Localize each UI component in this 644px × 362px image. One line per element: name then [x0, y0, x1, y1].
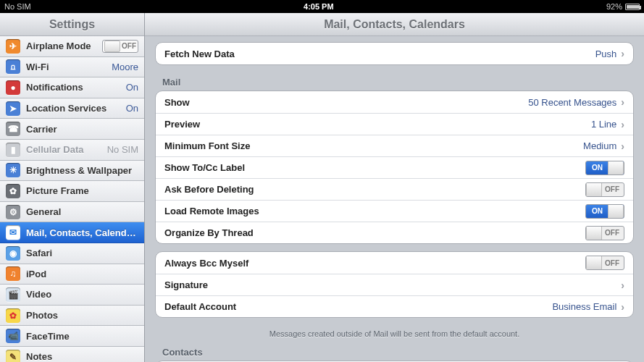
- chevron-right-icon: ›: [621, 119, 624, 130]
- row-value: Business Email: [552, 301, 616, 312]
- battery-icon: [625, 4, 640, 10]
- sidebar-item-notes[interactable]: ✎Notes: [0, 347, 144, 362]
- location-services-icon: ➤: [6, 101, 20, 116]
- sidebar-item-value: No SIM: [107, 144, 138, 155]
- sidebar-item-label: Carrier: [26, 124, 138, 135]
- sidebar-item-picture-frame[interactable]: ✿Picture Frame: [0, 181, 144, 202]
- chevron-right-icon: ›: [621, 140, 624, 152]
- sidebar-item-label: Safari: [26, 248, 138, 258]
- battery-percent: 92%: [606, 2, 622, 11]
- row-label: Signature: [164, 279, 621, 290]
- sidebar-item-location-services[interactable]: ➤Location ServicesOn: [0, 98, 144, 119]
- sidebar-item-label: Mail, Contacts, Calendars: [26, 227, 138, 238]
- section-footer: Messages created outside of Mail will be…: [155, 325, 634, 342]
- sidebar-item-label: Notes: [26, 351, 138, 362]
- airplane-mode-icon: ✈: [6, 39, 20, 54]
- sidebar-list[interactable]: ✈Airplane ModeOFF⩍Wi-FiMoore●Notificatio…: [0, 36, 144, 362]
- load-remote-images-toggle[interactable]: ON: [585, 204, 624, 219]
- row-label: Organize By Thread: [164, 227, 585, 238]
- row-ask-before-deleting[interactable]: Ask Before DeletingOFF: [156, 178, 633, 200]
- sidebar-item-facetime[interactable]: 📹FaceTime: [0, 326, 144, 347]
- row-value: 50 Recent Messages: [528, 97, 616, 108]
- sidebar-item-carrier[interactable]: ☎Carrier: [0, 119, 144, 140]
- picture-frame-icon: ✿: [6, 184, 20, 198]
- detail-pane: Mail, Contacts, Calendars Fetch New Data…: [145, 13, 644, 362]
- row-label: Fetch New Data: [164, 49, 595, 59]
- sidebar-item-photos[interactable]: ✿Photos: [0, 306, 144, 327]
- safari-icon: ◉: [6, 246, 20, 261]
- row-organize-by-thread[interactable]: Organize By ThreadOFF: [156, 222, 633, 243]
- sidebar: Settings ✈Airplane ModeOFF⩍Wi-FiMoore●No…: [0, 13, 145, 362]
- cellular-data-icon: ▮: [6, 143, 20, 157]
- sidebar-item-brightness-wallpaper[interactable]: ☀Brightness & Wallpaper: [0, 161, 144, 182]
- row-label: Default Account: [164, 301, 552, 312]
- sidebar-item-label: Photos: [26, 310, 138, 321]
- row-always-bcc-myself[interactable]: Always Bcc MyselfOFF: [156, 252, 633, 274]
- sidebar-item-safari[interactable]: ◉Safari: [0, 243, 144, 264]
- show-to-cc-label-toggle[interactable]: ON: [585, 161, 624, 175]
- video-icon: 🎬: [6, 287, 20, 302]
- chevron-right-icon: ›: [621, 48, 624, 59]
- airplane-mode-toggle[interactable]: OFF: [102, 40, 138, 53]
- row-load-remote-images[interactable]: Load Remote ImagesON: [156, 200, 633, 222]
- section-header-contacts: Contacts: [155, 342, 634, 361]
- row-label: Minimum Font Size: [164, 140, 583, 151]
- row-label: Load Remote Images: [164, 206, 585, 216]
- status-bar: No SIM 4:05 PM 92%: [0, 0, 644, 13]
- sidebar-item-label: General: [26, 206, 138, 217]
- sidebar-item-label: Picture Frame: [26, 185, 138, 196]
- row-fetch-new-data[interactable]: Fetch New DataPush›: [156, 43, 633, 64]
- always-bcc-myself-toggle[interactable]: OFF: [585, 256, 624, 270]
- row-show[interactable]: Show50 Recent Messages›: [156, 91, 633, 113]
- row-label: Preview: [164, 119, 591, 130]
- chevron-right-icon: ›: [621, 279, 624, 291]
- settings-group: Always Bcc MyselfOFFSignature›Default Ac…: [155, 251, 634, 318]
- notifications-icon: ●: [6, 80, 20, 95]
- sidebar-item-ipod[interactable]: ♫iPod: [0, 264, 144, 285]
- organize-by-thread-toggle[interactable]: OFF: [585, 226, 624, 240]
- status-carrier: No SIM: [4, 2, 31, 11]
- detail-title: Mail, Contacts, Calendars: [145, 13, 644, 36]
- row-default-account[interactable]: Default AccountBusiness Email›: [156, 295, 633, 317]
- sidebar-item-cellular-data[interactable]: ▮Cellular DataNo SIM: [0, 140, 144, 161]
- sidebar-item-video[interactable]: 🎬Video: [0, 285, 144, 306]
- row-label: Always Bcc Myself: [164, 258, 585, 269]
- row-value: Push: [595, 49, 617, 59]
- wi-fi-icon: ⩍: [6, 59, 20, 74]
- sidebar-item-label: Brightness & Wallpaper: [26, 165, 138, 176]
- sidebar-item-mail-contacts-calendars[interactable]: ✉Mail, Contacts, Calendars: [0, 222, 144, 243]
- sidebar-item-notifications[interactable]: ●NotificationsOn: [0, 77, 144, 98]
- sidebar-item-value: On: [126, 82, 138, 93]
- status-battery: 92%: [606, 2, 640, 11]
- status-time: 4:05 PM: [31, 2, 606, 11]
- row-signature[interactable]: Signature›: [156, 274, 633, 295]
- row-minimum-font-size[interactable]: Minimum Font SizeMedium›: [156, 135, 633, 156]
- row-label: Ask Before Deleting: [164, 184, 585, 195]
- chevron-right-icon: ›: [621, 301, 624, 313]
- row-label: Show To/Cc Label: [164, 162, 585, 173]
- detail-scroll[interactable]: Fetch New DataPush›MailShow50 Recent Mes…: [145, 36, 644, 362]
- carrier-icon: ☎: [6, 122, 20, 136]
- section-header-mail: Mail: [155, 72, 634, 90]
- chevron-right-icon: ›: [621, 96, 624, 108]
- sidebar-item-value: On: [126, 103, 138, 114]
- mail-contacts-calendars-icon: ✉: [6, 225, 20, 240]
- row-preview[interactable]: Preview1 Line›: [156, 113, 633, 135]
- sidebar-item-airplane-mode[interactable]: ✈Airplane ModeOFF: [0, 36, 144, 57]
- general-icon: ⚙: [6, 205, 20, 219]
- brightness-wallpaper-icon: ☀: [6, 163, 20, 177]
- sidebar-item-label: Wi-Fi: [26, 62, 109, 72]
- split-view: Settings ✈Airplane ModeOFF⩍Wi-FiMoore●No…: [0, 13, 644, 362]
- notes-icon: ✎: [6, 350, 20, 362]
- sidebar-item-wi-fi[interactable]: ⩍Wi-FiMoore: [0, 57, 144, 78]
- screen: No SIM 4:05 PM 92% Settings ✈Airplane Mo…: [0, 0, 644, 362]
- row-show-to-cc-label[interactable]: Show To/Cc LabelON: [156, 156, 633, 178]
- sidebar-item-label: FaceTime: [26, 331, 138, 342]
- row-value: 1 Line: [591, 119, 616, 130]
- sidebar-item-label: Notifications: [26, 82, 123, 93]
- ask-before-deleting-toggle[interactable]: OFF: [585, 182, 624, 197]
- sidebar-item-label: Cellular Data: [26, 144, 104, 155]
- row-label: Show: [164, 97, 528, 108]
- sidebar-item-general[interactable]: ⚙General: [0, 202, 144, 223]
- sidebar-item-label: Location Services: [26, 103, 123, 114]
